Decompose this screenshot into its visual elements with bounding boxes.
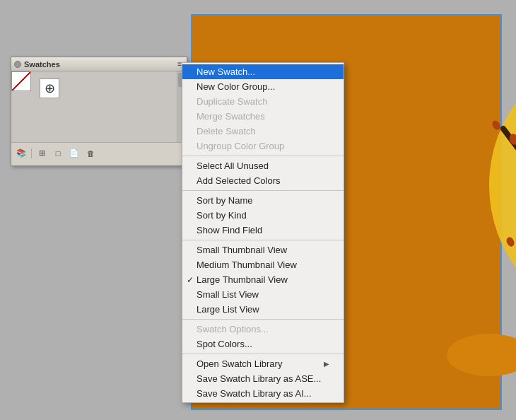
menu-item-label-save-as-ase: Save Swatch Library as ASE... [197,373,321,384]
new-swatch-icon[interactable]: 📄 [67,147,81,160]
none-swatch[interactable] [11,71,31,91]
panel-title-left: Swatches [14,60,60,69]
menu-item-ungroup-color-group: Ungroup Color Group [182,139,344,153]
artwork-illustration [383,30,516,420]
show-swatch-kinds-icon[interactable]: ⊞ [35,147,49,160]
menu-item-label-large-thumbnail: Large Thumbnail View [197,274,288,285]
panel-titlebar: Swatches ≡ [11,57,187,71]
menu-item-spot-colors[interactable]: Spot Colors... [182,337,344,351]
menu-item-duplicate-swatch: Duplicate Swatch [182,94,344,109]
menu-item-label-new-color-group: New Color Group... [197,81,275,92]
svg-point-29 [447,334,516,376]
menu-item-label-small-list: Small List View [197,289,259,300]
menu-item-large-thumbnail[interactable]: Large Thumbnail View [182,272,344,287]
swatch-libraries-icon[interactable]: 📚 [14,147,28,160]
registration-swatch[interactable]: ⊕ [40,78,59,98]
menu-separator [182,354,344,354]
menu-item-label-sort-by-name: Sort by Name [197,195,252,206]
menu-item-select-all-unused[interactable]: Select All Unused [182,158,344,173]
menu-item-merge-swatches: Merge Swatches [182,109,344,124]
swatches-dropdown-menu: New Swatch...New Color Group...Duplicate… [182,62,344,403]
menu-item-label-new-swatch: New Swatch... [197,66,255,77]
menu-item-show-find-field[interactable]: Show Find Field [182,223,344,238]
menu-separator [182,319,344,320]
swatches-content: ⊕ [11,71,187,142]
menu-separator [182,190,344,191]
svg-point-0 [489,58,516,313]
menu-item-open-swatch-library[interactable]: Open Swatch Library▶ [182,356,344,371]
menu-item-new-color-group[interactable]: New Color Group... [182,79,344,94]
menu-item-delete-swatch: Delete Swatch [182,124,344,139]
menu-item-label-add-selected-colors: Add Selected Colors [197,175,281,186]
menu-item-label-large-list: Large List View [197,304,259,315]
swatches-panel: Swatches ≡ ⊕ 📚 ⊞ □ 📄 🗑 [11,57,187,166]
menu-item-label-duplicate-swatch: Duplicate Swatch [197,96,267,107]
menu-item-label-swatch-options: Swatch Options... [197,324,269,334]
menu-item-label-delete-swatch: Delete Swatch [197,126,256,136]
menu-item-label-select-all-unused: Select All Unused [197,161,269,171]
menu-item-sort-by-kind[interactable]: Sort by Kind [182,208,344,223]
menu-item-label-sort-by-kind: Sort by Kind [197,210,247,221]
menu-separator [182,156,344,156]
menu-item-label-save-as-ai: Save Swatch Library as AI... [197,388,312,399]
menu-item-label-small-thumbnail: Small Thumbnail View [197,245,287,255]
menu-item-new-swatch[interactable]: New Swatch... [182,64,344,79]
menu-item-label-medium-thumbnail: Medium Thumbnail View [197,259,297,270]
menu-item-label-open-swatch-library: Open Swatch Library [197,358,282,369]
menu-item-small-list[interactable]: Small List View [182,287,344,302]
menu-item-label-ungroup-color-group: Ungroup Color Group [197,141,284,151]
panel-title: Swatches [24,60,60,69]
menu-item-medium-thumbnail[interactable]: Medium Thumbnail View [182,257,344,272]
panel-toolbar: 📚 ⊞ □ 📄 🗑 [11,142,187,163]
menu-item-save-as-ase[interactable]: Save Swatch Library as ASE... [182,371,344,386]
menu-item-add-selected-colors[interactable]: Add Selected Colors [182,173,344,188]
new-color-group-icon[interactable]: □ [51,147,65,160]
menu-item-sort-by-name[interactable]: Sort by Name [182,193,344,208]
svg-point-19 [491,119,502,131]
menu-item-label-spot-colors: Spot Colors... [197,339,252,349]
menu-item-large-list[interactable]: Large List View [182,302,344,317]
menu-item-label-merge-swatches: Merge Swatches [197,111,265,122]
menu-item-label-show-find-field: Show Find Field [197,225,262,235]
menu-item-swatch-options: Swatch Options... [182,322,344,337]
delete-swatch-icon[interactable]: 🗑 [83,147,98,160]
close-button[interactable] [14,61,21,68]
submenu-arrow-icon: ▶ [324,360,329,368]
menu-separator [182,240,344,240]
menu-item-small-thumbnail[interactable]: Small Thumbnail View [182,243,344,257]
menu-item-save-as-ai[interactable]: Save Swatch Library as AI... [182,386,344,401]
toolbar-separator-1 [31,148,32,158]
